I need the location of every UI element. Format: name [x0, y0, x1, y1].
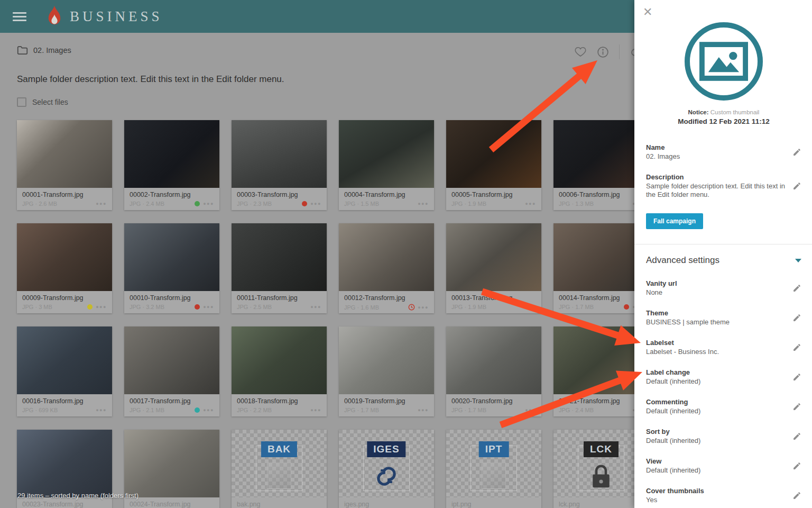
field-value: Sample folder description text. Edit thi… — [646, 182, 785, 199]
field-label: Sort by — [646, 428, 785, 436]
edit-icon[interactable] — [792, 402, 801, 411]
advanced-settings-toggle[interactable]: Advanced settings — [646, 255, 801, 266]
file-thumbnail[interactable] — [124, 120, 219, 188]
file-card[interactable]: 00020-Transform.jpg JPG · 1.7 MB ●●● — [446, 326, 541, 416]
favorite-heart-icon[interactable] — [574, 46, 587, 58]
file-thumbnail[interactable]: IGES — [339, 430, 434, 497]
hamburger-menu-icon[interactable] — [13, 10, 26, 23]
card-menu-button[interactable]: ●●● — [203, 304, 214, 310]
file-thumbnail[interactable] — [232, 223, 327, 291]
edit-icon[interactable] — [792, 284, 801, 293]
file-name: 00003-Transform.jpg — [237, 191, 321, 198]
card-menu-button[interactable]: ●●● — [96, 304, 107, 310]
file-name: 00002-Transform.jpg — [130, 191, 214, 198]
toolbar-divider — [619, 44, 620, 59]
card-menu-button[interactable]: ●●● — [418, 407, 429, 413]
field-label: Theme — [646, 309, 785, 318]
file-thumbnail[interactable] — [124, 430, 219, 497]
folder-detail-panel: ✕ Notice: Custom thumbnail Modified 12 F… — [634, 0, 812, 508]
info-icon[interactable] — [596, 46, 610, 59]
filetype-banner: IPT — [479, 441, 509, 457]
panel-field: Commenting Default (inherited) — [646, 398, 801, 415]
chevron-down-icon[interactable] — [795, 259, 801, 262]
file-card[interactable]: 00012-Transform.jpg JPG · 1.6 MB ●●● — [339, 223, 434, 313]
file-name: bak.png — [237, 501, 321, 508]
file-thumbnail[interactable] — [446, 223, 541, 291]
image-icon — [699, 42, 748, 81]
file-card[interactable]: 00013-Transform.jpg JPG · 1.9 MB ●●● — [446, 223, 541, 313]
card-menu-button[interactable]: ●●● — [96, 407, 107, 413]
panel-field: Vanity url None — [646, 279, 801, 297]
file-card[interactable]: 00001-Transform.jpg JPG · 2.6 MB ●●● — [17, 120, 112, 210]
modified-date: Modified 12 Feb 2021 11:12 — [646, 117, 801, 125]
edit-icon[interactable] — [792, 313, 801, 322]
flame-logo-icon — [47, 6, 62, 27]
edit-icon[interactable] — [792, 343, 801, 352]
filetype-banner: IGES — [367, 441, 405, 457]
filetype-lock-icon — [587, 462, 615, 491]
notice-label: Notice: — [688, 109, 709, 115]
file-name: 00017-Transform.jpg — [130, 397, 214, 405]
advanced-settings-title: Advanced settings — [646, 255, 795, 266]
file-card[interactable]: 00004-Transform.jpg JPG · 1.5 MB ●●● — [339, 120, 434, 210]
file-thumbnail[interactable] — [17, 430, 112, 497]
brand-title: BUSINESS — [70, 8, 163, 25]
file-thumbnail[interactable] — [339, 223, 434, 291]
file-card[interactable]: 00010-Transform.jpg JPG · 3.2 MB ●●● — [124, 223, 219, 313]
status-dot — [195, 304, 200, 310]
close-icon[interactable]: ✕ — [641, 4, 654, 20]
expiry-clock-icon — [408, 304, 415, 311]
card-menu-button[interactable]: ●●● — [203, 201, 214, 206]
edit-icon[interactable] — [792, 461, 801, 470]
filetype-box-icon — [482, 462, 506, 489]
edit-icon[interactable] — [792, 373, 801, 382]
card-menu-button[interactable]: ●●● — [525, 201, 536, 206]
file-thumbnail[interactable] — [446, 326, 541, 394]
field-value: Labelset - Business Inc. — [646, 348, 785, 356]
file-thumbnail[interactable] — [17, 120, 112, 188]
file-thumbnail[interactable] — [17, 326, 112, 394]
file-card[interactable]: 00002-Transform.jpg JPG · 2.4 MB ●●● — [124, 120, 219, 210]
card-menu-button[interactable]: ●●● — [96, 201, 107, 206]
file-card[interactable]: 00017-Transform.jpg JPG · 2.1 MB ●●● — [124, 326, 219, 416]
file-card[interactable]: 00005-Transform.jpg JPG · 1.9 MB ●●● — [446, 120, 541, 210]
file-thumbnail[interactable] — [17, 223, 112, 291]
file-card[interactable]: 00019-Transform.jpg JPG · 1.7 MB ●●● — [339, 326, 434, 416]
field-value: None — [646, 288, 785, 297]
file-name: 00018-Transform.jpg — [237, 397, 321, 405]
card-menu-button[interactable]: ●●● — [203, 407, 214, 413]
file-card[interactable]: BAK bak.png ●●● — [232, 430, 327, 508]
file-card[interactable]: 00018-Transform.jpg JPG · 2.2 MB ●●● — [232, 326, 327, 416]
file-thumbnail[interactable] — [232, 120, 327, 188]
edit-icon[interactable] — [792, 432, 801, 441]
card-menu-button[interactable]: ●●● — [310, 304, 321, 310]
card-menu-button[interactable]: ●●● — [310, 201, 321, 206]
edit-icon[interactable] — [792, 148, 801, 157]
file-thumbnail[interactable] — [124, 223, 219, 291]
card-menu-button[interactable]: ●●● — [418, 201, 429, 206]
file-card[interactable]: IGES iges.png ●●● — [339, 430, 434, 508]
card-menu-button[interactable]: ●●● — [418, 305, 429, 310]
file-card[interactable]: 00009-Transform.jpg JPG · 3 MB ●●● — [17, 223, 112, 313]
field-value: BUSINESS | sample theme — [646, 318, 785, 326]
campaign-tag-button[interactable]: Fall campaign — [646, 213, 703, 229]
file-thumbnail[interactable] — [339, 326, 434, 394]
file-card[interactable]: 00016-Transform.jpg JPG · 699 KB ●●● — [17, 326, 112, 416]
edit-icon[interactable] — [792, 491, 801, 500]
card-menu-button[interactable]: ●●● — [525, 304, 536, 310]
edit-icon[interactable] — [792, 182, 801, 190]
card-footer: ipt.png ●●● — [446, 497, 541, 508]
folder-title: 02. Images — [33, 46, 71, 55]
file-thumbnail[interactable]: BAK — [232, 430, 327, 497]
file-thumbnail[interactable] — [339, 120, 434, 188]
file-card[interactable]: IPT ipt.png ●●● — [446, 430, 541, 508]
file-card[interactable]: 00011-Transform.jpg JPG · 2.5 MB ●●● — [232, 223, 327, 313]
select-files-checkbox[interactable] — [17, 97, 26, 107]
file-thumbnail[interactable] — [446, 120, 541, 188]
file-thumbnail[interactable] — [124, 326, 219, 394]
card-menu-button[interactable]: ●●● — [525, 407, 536, 413]
file-thumbnail[interactable] — [232, 326, 327, 394]
file-card[interactable]: 00003-Transform.jpg JPG · 2.3 MB ●●● — [232, 120, 327, 210]
file-thumbnail[interactable]: IPT — [446, 430, 541, 497]
card-menu-button[interactable]: ●●● — [310, 407, 321, 413]
